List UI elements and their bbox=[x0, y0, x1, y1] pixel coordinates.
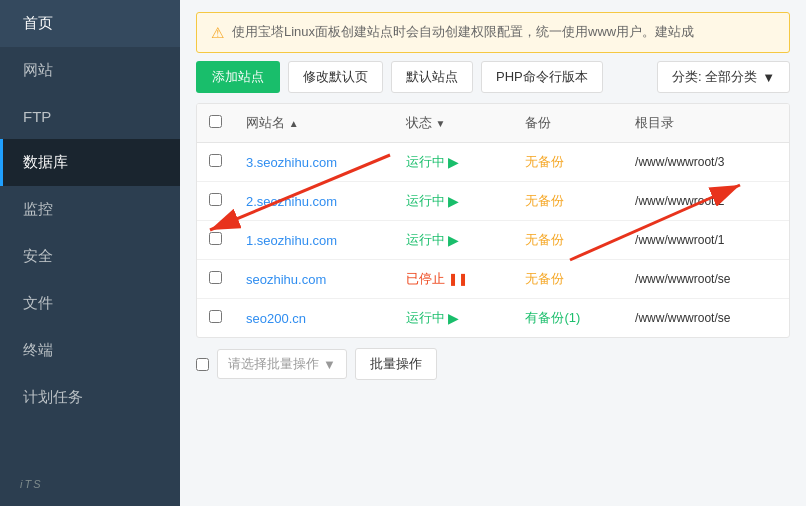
table-row: seozhihu.com已停止 ❚❚无备份/www/wwwroot/se bbox=[197, 260, 789, 299]
site-name[interactable]: seo200.cn bbox=[234, 299, 394, 338]
site-backup: 无备份 bbox=[513, 143, 623, 182]
main-content: ⚠ 使用宝塔Linux面板创建站点时会自动创建权限配置，统一使用www用户。建站… bbox=[180, 0, 806, 506]
table-row: 1.seozhihu.com运行中 ▶无备份/www/wwwroot/1 bbox=[197, 221, 789, 260]
modify-default-button[interactable]: 修改默认页 bbox=[288, 61, 383, 93]
status-running-icon: 运行中 ▶ bbox=[406, 309, 502, 327]
sidebar-item-label: 终端 bbox=[23, 341, 53, 360]
site-name[interactable]: 1.seozhihu.com bbox=[234, 221, 394, 260]
sidebar-item-scheduled[interactable]: 计划任务 bbox=[0, 374, 180, 421]
batch-action-button[interactable]: 批量操作 bbox=[355, 348, 437, 380]
sidebar-item-monitor[interactable]: 监控 bbox=[0, 186, 180, 233]
site-path: /www/wwwroot/se bbox=[623, 260, 789, 299]
site-status: 已停止 ❚❚ bbox=[394, 260, 514, 299]
sidebar-item-label: 网站 bbox=[23, 61, 53, 80]
bottom-select-all-checkbox[interactable] bbox=[196, 358, 209, 371]
col-rootdir: 根目录 bbox=[623, 104, 789, 143]
site-name[interactable]: 3.seozhihu.com bbox=[234, 143, 394, 182]
sidebar-item-label: 安全 bbox=[23, 247, 53, 266]
site-status: 运行中 ▶ bbox=[394, 299, 514, 338]
sidebar-item-website[interactable]: 网站 bbox=[0, 47, 180, 94]
sidebar-item-home[interactable]: 首页 bbox=[0, 0, 180, 47]
table-row: 3.seozhihu.com运行中 ▶无备份/www/wwwroot/3 bbox=[197, 143, 789, 182]
chevron-down-icon: ▼ bbox=[762, 70, 775, 85]
sidebar-item-terminal[interactable]: 终端 bbox=[0, 327, 180, 374]
row-checkbox[interactable] bbox=[209, 271, 222, 284]
batch-placeholder: 请选择批量操作 bbox=[228, 355, 319, 373]
sidebar-item-label: 数据库 bbox=[23, 153, 68, 172]
main-panel: ⚠ 使用宝塔Linux面板创建站点时会自动创建权限配置，统一使用www用户。建站… bbox=[180, 0, 806, 506]
sidebar-item-label: FTP bbox=[23, 108, 51, 125]
sidebar: 首页 网站 FTP 数据库 监控 安全 文件 终端 计划任务 iTS bbox=[0, 0, 180, 506]
sidebar-item-label: 监控 bbox=[23, 200, 53, 219]
notice-text: 使用宝塔Linux面板创建站点时会自动创建权限配置，统一使用www用户。建站成 bbox=[232, 23, 694, 41]
row-checkbox[interactable] bbox=[209, 154, 222, 167]
dropdown-arrow-icon: ▼ bbox=[323, 357, 336, 372]
site-backup: 无备份 bbox=[513, 221, 623, 260]
site-status: 运行中 ▶ bbox=[394, 143, 514, 182]
php-cmd-button[interactable]: PHP命令行版本 bbox=[481, 61, 603, 93]
row-checkbox[interactable] bbox=[209, 232, 222, 245]
classify-label: 分类: 全部分类 bbox=[672, 68, 757, 86]
site-status: 运行中 ▶ bbox=[394, 221, 514, 260]
select-all-checkbox[interactable] bbox=[209, 115, 222, 128]
classify-button[interactable]: 分类: 全部分类 ▼ bbox=[657, 61, 790, 93]
site-name[interactable]: seozhihu.com bbox=[234, 260, 394, 299]
default-site-button[interactable]: 默认站点 bbox=[391, 61, 473, 93]
row-checkbox[interactable] bbox=[209, 310, 222, 323]
site-path: /www/wwwroot/1 bbox=[623, 221, 789, 260]
batch-select-dropdown[interactable]: 请选择批量操作 ▼ bbox=[217, 349, 347, 379]
table-row: 2.seozhihu.com运行中 ▶无备份/www/wwwroot/2 bbox=[197, 182, 789, 221]
col-sitename: 网站名 ▲ bbox=[234, 104, 394, 143]
site-backup: 无备份 bbox=[513, 260, 623, 299]
status-running-icon: 运行中 ▶ bbox=[406, 192, 502, 210]
site-backup: 无备份 bbox=[513, 182, 623, 221]
sidebar-item-label: 计划任务 bbox=[23, 388, 83, 407]
site-path: /www/wwwroot/2 bbox=[623, 182, 789, 221]
site-path: /www/wwwroot/3 bbox=[623, 143, 789, 182]
status-stopped-icon: 已停止 ❚❚ bbox=[406, 270, 502, 288]
sites-table: 网站名 ▲ 状态 ▼ 备份 根目录 3.seozhihu.com运行中 ▶无备份… bbox=[196, 103, 790, 338]
bottom-bar: 请选择批量操作 ▼ 批量操作 bbox=[180, 338, 806, 390]
site-path: /www/wwwroot/se bbox=[623, 299, 789, 338]
sidebar-item-label: 文件 bbox=[23, 294, 53, 313]
col-status: 状态 ▼ bbox=[394, 104, 514, 143]
sidebar-item-ftp[interactable]: FTP bbox=[0, 94, 180, 139]
sidebar-item-label: 首页 bbox=[23, 14, 53, 33]
table-header-row: 网站名 ▲ 状态 ▼ 备份 根目录 bbox=[197, 104, 789, 143]
notice-bar: ⚠ 使用宝塔Linux面板创建站点时会自动创建权限配置，统一使用www用户。建站… bbox=[196, 12, 790, 53]
site-name[interactable]: 2.seozhihu.com bbox=[234, 182, 394, 221]
col-backup: 备份 bbox=[513, 104, 623, 143]
sidebar-item-file[interactable]: 文件 bbox=[0, 280, 180, 327]
site-backup: 有备份(1) bbox=[513, 299, 623, 338]
site-status: 运行中 ▶ bbox=[394, 182, 514, 221]
sidebar-item-database[interactable]: 数据库 bbox=[0, 139, 180, 186]
table-row: seo200.cn运行中 ▶有备份(1)/www/wwwroot/se bbox=[197, 299, 789, 338]
sidebar-item-security[interactable]: 安全 bbox=[0, 233, 180, 280]
add-site-button[interactable]: 添加站点 bbox=[196, 61, 280, 93]
row-checkbox[interactable] bbox=[209, 193, 222, 206]
warning-icon: ⚠ bbox=[211, 24, 224, 42]
status-running-icon: 运行中 ▶ bbox=[406, 231, 502, 249]
status-running-icon: 运行中 ▶ bbox=[406, 153, 502, 171]
sidebar-bottom-text: iTS bbox=[0, 468, 180, 506]
toolbar: 添加站点 修改默认页 默认站点 PHP命令行版本 分类: 全部分类 ▼ bbox=[180, 61, 806, 103]
